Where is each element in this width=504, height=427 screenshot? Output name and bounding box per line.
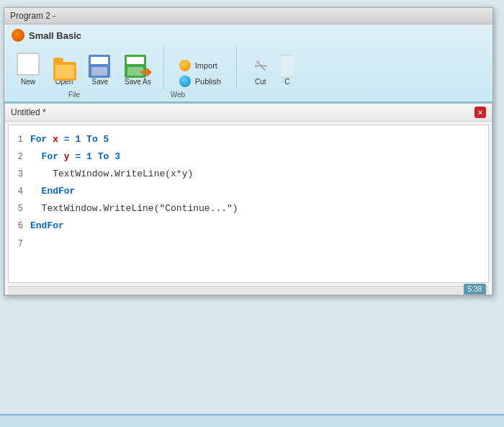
editor-close-button[interactable]: ✕: [474, 107, 486, 118]
scissors-icon: ✂: [249, 55, 272, 78]
copy-icon: [280, 55, 294, 78]
line-num-4: 4: [9, 184, 30, 199]
ribbon-header: Small Basic: [12, 29, 485, 42]
copy-label: C: [284, 78, 289, 86]
web-group: Import Publish: [174, 58, 226, 89]
line-content-5: TextWindow.WriteLine("Continue..."): [30, 201, 488, 217]
new-button[interactable]: New: [12, 49, 45, 89]
new-label: New: [21, 78, 35, 86]
save-icon: [89, 55, 112, 78]
web-group-label-text: Web: [138, 91, 217, 99]
code-line-5: 5 TextWindow.WriteLine("Continue..."): [9, 200, 488, 217]
save-as-icon: ➜: [125, 55, 150, 78]
publish-icon: [179, 76, 191, 87]
line-num-2: 2: [9, 150, 30, 164]
line-content-1: For x = 1 To 5: [30, 132, 488, 148]
line-content-6: EndFor: [30, 218, 488, 234]
cursor-position: 5:38: [464, 284, 486, 295]
open-button[interactable]: Open: [48, 51, 81, 89]
import-label: Import: [195, 61, 217, 70]
publish-button[interactable]: Publish: [174, 73, 226, 89]
code-line-3: 3 TextWindow.WriteLine(x*y): [9, 166, 488, 183]
line-num-1: 1: [9, 132, 30, 147]
save-label: Save: [92, 78, 109, 86]
publish-label: Publish: [195, 77, 221, 86]
open-icon: [53, 55, 76, 78]
file-group-label-text: File: [13, 91, 135, 99]
editor-title: Untitled *: [11, 107, 46, 117]
cut-label: Cut: [255, 78, 266, 86]
bottom-bar: [0, 414, 504, 427]
line-content-3: TextWindow.WriteLine(x*y): [30, 166, 488, 182]
cut-button[interactable]: ✂ Cut: [244, 51, 277, 89]
line-content-4: EndFor: [30, 184, 488, 199]
save-as-button[interactable]: ➜ Save As: [120, 51, 156, 89]
copy-button[interactable]: C: [280, 51, 294, 89]
import-icon: [179, 60, 191, 71]
code-line-1: 1 For x = 1 To 5: [9, 131, 488, 148]
file-group-divider: [163, 46, 164, 89]
code-scrollbar[interactable]: 5:38: [8, 286, 489, 295]
line-content-7: [30, 236, 488, 252]
editor-title-bar: Untitled * ✕: [5, 104, 492, 122]
code-line-2: 2 For y = 1 To 3: [9, 148, 488, 166]
app-name: Small Basic: [29, 30, 81, 41]
editor-container: Untitled * ✕ 1 For x = 1 To 5 2 For y = …: [4, 103, 492, 295]
code-line-4: 4 EndFor: [9, 183, 488, 200]
main-window: Program 2 - Small Basic New Open: [4, 7, 493, 296]
code-line-7: 7: [9, 235, 488, 253]
web-group-divider: [236, 46, 237, 89]
code-line-6: 6 EndFor: [9, 217, 488, 235]
code-editor[interactable]: 1 For x = 1 To 5 2 For y = 1 To 3 3 Text…: [8, 125, 489, 283]
window-title: Program 2 -: [10, 11, 55, 21]
ribbon-tools: New Open Save: [12, 46, 485, 89]
line-num-3: 3: [9, 167, 30, 181]
save-button[interactable]: Save: [84, 51, 117, 89]
app-logo-icon: [12, 29, 24, 42]
line-num-7: 7: [9, 237, 30, 251]
title-bar-left: Program 2 -: [10, 11, 55, 21]
ribbon: Small Basic New Open: [4, 24, 492, 103]
import-button[interactable]: Import: [174, 58, 226, 73]
group-labels-row: File Web: [12, 91, 485, 99]
line-content-2: For y = 1 To 3: [30, 149, 488, 165]
line-num-6: 6: [9, 219, 30, 233]
line-num-5: 5: [9, 202, 30, 216]
title-bar: Program 2 -: [4, 8, 492, 24]
new-icon: [17, 53, 40, 76]
